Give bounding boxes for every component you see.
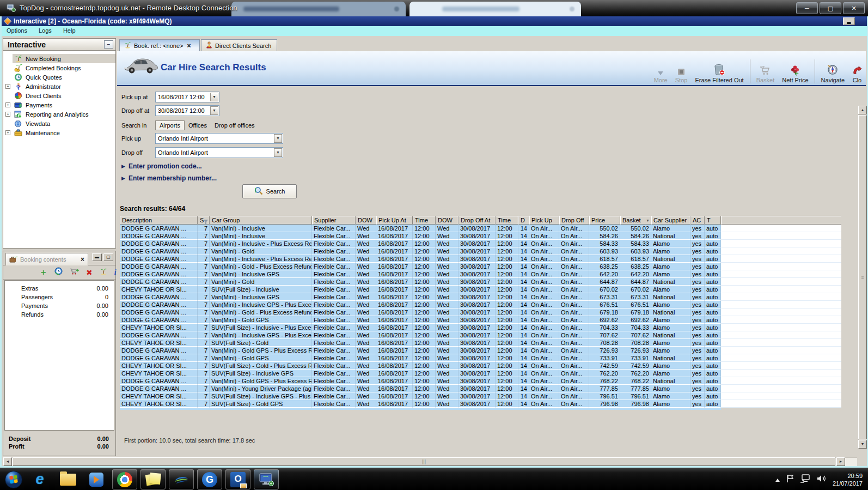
expand-icon[interactable]: + — [5, 102, 10, 107]
table-row[interactable]: DODGE G CARAVAN ...7Van(Mini) - Inclusiv… — [120, 270, 841, 278]
table-row[interactable]: CHEVY TAHOE OR SI...7SUV(Full Size) - Go… — [120, 339, 841, 347]
th-time-pickup[interactable]: Time — [413, 216, 436, 225]
search-in-offices[interactable]: Offices — [185, 121, 211, 130]
table-row[interactable]: DODGE G CARAVAN ...7Van(Mini) - Gold - P… — [120, 308, 841, 316]
th-s[interactable]: S — [198, 216, 210, 225]
close-icon[interactable]: × — [187, 42, 191, 50]
th-t[interactable]: T — [705, 216, 721, 225]
erase-filtered-out-button[interactable]: Erase Filtered Out — [691, 63, 747, 83]
media-player-icon[interactable] — [84, 469, 109, 489]
table-row[interactable]: CHEVY TAHOE OR SI...7SUV(Full Size) - Go… — [120, 400, 841, 408]
search-in-airports[interactable]: Airports — [155, 120, 185, 130]
panel-collapse-button[interactable]: − — [104, 40, 113, 49]
close-view-button[interactable]: Clo — [848, 63, 866, 83]
tab-booking-ref[interactable]: Book. ref.: <none> × — [119, 39, 200, 51]
panel-minimize-button[interactable]: ▬ — [92, 253, 102, 261]
th-dow-dropoff[interactable]: DOW — [436, 216, 459, 225]
table-row[interactable]: DODGE G CARAVAN ...7Van(Mini) - Inclusiv… — [120, 293, 841, 301]
table-row[interactable]: DODGE G CARAVAN ...7Van(Mini) - Gold GPS… — [120, 377, 841, 385]
stop-button[interactable]: Stop — [671, 63, 692, 83]
list-item[interactable]: Refunds0.00 — [5, 310, 114, 319]
vertical-scrollbar[interactable]: ▲ ≡ ▼ — [858, 106, 867, 449]
th-dropoff-at[interactable]: Drop Off At — [459, 216, 496, 225]
table-row[interactable]: DODGE G CARAVAN ...7Van(Mini) - Gold GPS… — [120, 354, 841, 362]
horizontal-scrollbar[interactable]: ◄ ||| ► — [3, 457, 857, 466]
sticky-notes-icon[interactable] — [140, 469, 166, 489]
table-row[interactable]: CHEVY TAHOE OR SI...7SUV(Full Size) - In… — [120, 286, 841, 293]
search-button[interactable]: Search — [242, 184, 297, 198]
menu-help[interactable]: Help — [58, 26, 81, 35]
th-supplier[interactable]: Supplier — [312, 216, 356, 225]
delete-icon[interactable]: ✖ — [86, 268, 93, 277]
scroll-down-button[interactable]: ▼ — [858, 440, 867, 449]
action-center-flag-icon[interactable] — [786, 474, 794, 485]
cart-transfer-icon[interactable] — [70, 268, 79, 277]
table-row[interactable]: DODGE G CARAVAN ...7Van(Mini) - Inclusiv… — [120, 225, 841, 232]
th-dropoff-loc[interactable]: Drop Off — [559, 216, 589, 225]
rdp-maximize-button[interactable]: ▢ — [820, 2, 841, 14]
sidebar-item-payments[interactable]: + $ Payments — [3, 100, 115, 110]
table-row[interactable]: CHEVY TAHOE OR SI...7SUV(Full Size) - In… — [120, 392, 841, 400]
rdp-close-button[interactable]: ✕ — [843, 2, 865, 14]
menu-logs[interactable]: Logs — [34, 26, 57, 35]
table-row[interactable]: CHEVY TAHOE OR SI...7SUV(Full Size) - Go… — [120, 362, 841, 370]
booking-contents-tab[interactable]: Booking contents × — [5, 253, 88, 265]
sidebar-item-completed-bookings[interactable]: Completed Bookings — [3, 63, 115, 72]
scroll-left-button[interactable]: ◄ — [3, 457, 12, 466]
list-item[interactable]: Payments0.00 — [5, 301, 114, 310]
table-row[interactable]: DODGE G CARAVAN ...7Van(Mini) - GoldFlex… — [120, 278, 841, 286]
app-minimize-button[interactable]: ▃ — [843, 17, 855, 25]
table-row[interactable]: DODGE G CARAVAN ...7Van(Mini) - GoldFlex… — [120, 247, 841, 255]
th-dow-pickup[interactable]: DOW — [356, 216, 376, 225]
sidebar-item-viewdata[interactable]: Viewdata — [3, 119, 115, 128]
volume-icon[interactable] — [817, 474, 827, 485]
start-button[interactable] — [2, 469, 25, 489]
th-car-supplier[interactable]: Car Supplier — [651, 216, 690, 225]
pickup-at-field[interactable]: 16/08/2017 12:00 ▼ — [155, 92, 219, 102]
outlook-icon[interactable]: O — [225, 469, 250, 489]
table-row[interactable]: DODGE G CARAVAN ...7Van(Mini) - Inclusiv… — [120, 331, 841, 339]
th-pickup-loc[interactable]: Pick Up — [529, 216, 559, 225]
table-row[interactable]: DODGE G CARAVAN ...7Van(Mini) - Gold - P… — [120, 263, 841, 270]
chevron-down-icon[interactable]: ▼ — [210, 93, 218, 101]
add-icon[interactable]: ＋ — [39, 267, 47, 277]
close-icon[interactable]: × — [81, 256, 84, 263]
table-row[interactable]: DODGE G CARAVAN ...7Van(Mini) - Inclusiv… — [120, 255, 841, 263]
menu-options[interactable]: Options — [2, 26, 32, 35]
th-price[interactable]: Price — [589, 216, 620, 225]
expand-icon[interactable]: + — [5, 130, 10, 135]
sidebar-item-new-booking[interactable]: New Booking — [3, 54, 115, 63]
rdp-minimize-button[interactable]: ─ — [796, 2, 818, 14]
sidebar-item-maintenance[interactable]: + Maintenance — [3, 128, 115, 137]
table-row[interactable]: DODGE G CARAVAN ...7Van(Mini) - Inclusiv… — [120, 301, 841, 308]
sidebar-item-quick-quotes[interactable]: Quick Quotes — [3, 72, 115, 82]
sidebar-item-direct-clients[interactable]: Direct Clients — [3, 91, 115, 100]
table-row[interactable]: DODGE G CARAVAN ...7Van(Mini) - Inclusiv… — [120, 232, 841, 240]
table-row[interactable]: DODGE G CARAVAN ...7Van(Mini) - Inclusiv… — [120, 240, 841, 247]
expand-icon[interactable]: + — [5, 112, 10, 117]
scroll-right-button[interactable]: ► — [836, 457, 845, 466]
pickup-select[interactable]: Orlando Intl Airport ▼ — [155, 133, 283, 144]
chevron-down-icon[interactable]: ▼ — [274, 148, 282, 157]
info-icon[interactable]: i — [114, 268, 117, 277]
tray-clock[interactable]: 20:59 21/07/2017 — [833, 472, 863, 487]
windows-explorer-icon[interactable] — [56, 469, 81, 489]
table-row[interactable]: DODGE G CARAVAN ...7Van(Mini) - Young Dr… — [120, 385, 841, 392]
promo-code-expander[interactable]: ▶ Enter promotion code... — [121, 162, 202, 170]
sidebar-item-reporting[interactable]: + Reporting and Analytics — [3, 110, 115, 119]
dropoff-at-field[interactable]: 30/08/2017 12:00 ▼ — [155, 105, 219, 116]
list-item[interactable]: Extras0.00 — [5, 284, 114, 293]
data-tool-icon[interactable] — [169, 469, 194, 489]
basket-button[interactable]: Basket — [753, 63, 779, 83]
chevron-down-icon[interactable]: ▼ — [210, 106, 218, 115]
remote-desktop-icon[interactable] — [254, 469, 279, 489]
th-days[interactable]: D — [518, 216, 529, 225]
dropoff-select[interactable]: Orlando Intl Airport ▼ — [155, 147, 283, 158]
navigate-button[interactable]: Navigate — [817, 63, 848, 83]
palm-booking-icon[interactable] — [100, 268, 107, 277]
list-item[interactable]: Passengers0 — [5, 293, 114, 301]
hidden-icons-button[interactable] — [775, 475, 780, 485]
nett-price-button[interactable]: Nett Price — [778, 63, 812, 83]
horizontal-scroll-thumb[interactable]: ||| — [13, 457, 835, 466]
network-icon[interactable] — [800, 474, 811, 485]
